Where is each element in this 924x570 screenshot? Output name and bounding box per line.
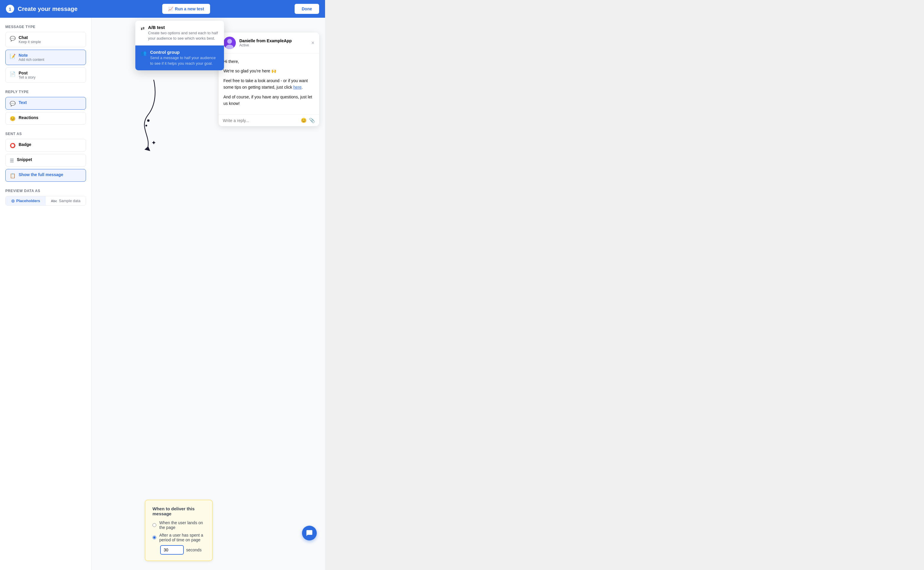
post-subtitle: Tell a story [18, 75, 35, 80]
chat-header: Danielle from ExampleApp Active × [219, 32, 319, 54]
sidebar: Message type 💬 Chat Keep it simple 📝 Not… [0, 18, 92, 570]
run-test-label: Run a new test [175, 6, 204, 11]
reactions-title: Reactions [18, 115, 38, 120]
chat-header-info: Danielle from ExampleApp Active [239, 38, 292, 47]
note-subtitle: Add rich content [18, 58, 44, 62]
on-page-radio[interactable] [152, 523, 156, 527]
chat-body: Hi there, We're so glad you're here 🙌 Fe… [219, 54, 319, 114]
note-title: Note [18, 53, 44, 58]
content-area: ⇄ A/B test Create two options and send e… [92, 18, 325, 570]
ab-test-title: A/B test [148, 25, 219, 30]
placeholders-button[interactable]: ◎ Placeholders [6, 196, 46, 205]
snippet-icon: ☰ [10, 158, 14, 163]
sent-as-label: Sent as [5, 132, 86, 136]
reply-input[interactable] [223, 118, 299, 123]
sample-data-button[interactable]: Abc Sample data [46, 196, 86, 205]
header-left: 1 Create your message [6, 5, 77, 13]
sent-as-snippet[interactable]: ☰ Snippet [5, 154, 86, 167]
reply-type-label: Reply type [5, 90, 86, 94]
agent-status: Active [239, 43, 292, 47]
reactions-icon: 😊 [10, 116, 16, 121]
decorative-svg: ✦ [130, 77, 172, 154]
ab-test-icon: ⇄ [141, 25, 144, 31]
badge-title: Badge [18, 142, 31, 147]
sample-data-label: Sample data [59, 199, 80, 203]
delivery-option-after-time: After a user has spent a period of time … [152, 533, 205, 542]
header: 1 Create your message 📈 Run a new test D… [0, 0, 325, 18]
full-message-icon: 📋 [10, 173, 16, 178]
post-title: Post [18, 70, 35, 75]
message-type-chat[interactable]: 💬 Chat Keep it simple [5, 32, 86, 47]
close-button[interactable]: × [311, 40, 314, 46]
svg-point-1 [146, 125, 147, 126]
preview-section: Preview data as ◎ Placeholders Abc Sampl… [5, 189, 86, 206]
chat-line-1: Hi there, [224, 58, 314, 65]
chat-line-4: And of course, if you have any questions… [224, 93, 314, 107]
avatar [224, 37, 236, 49]
control-group-title: Control group [150, 50, 219, 55]
attachment-icon[interactable]: 📎 [309, 118, 315, 123]
badge-icon: ⭕ [10, 143, 16, 148]
control-group-icon: 👥 [141, 50, 147, 56]
message-type-section: Message type 💬 Chat Keep it simple 📝 Not… [5, 25, 86, 83]
svg-text:✦: ✦ [151, 139, 156, 146]
preview-label: Preview data as [5, 189, 86, 193]
dropdown-ab-test[interactable]: ⇄ A/B test Create two options and send e… [135, 21, 224, 45]
sample-data-icon: Abc [51, 199, 57, 203]
sent-as-section: Sent as ⭕ Badge ☰ Snippet 📋 Show the ful… [5, 132, 86, 182]
done-button[interactable]: Done [294, 4, 319, 14]
chat-line-2: We're so glad you're here 🙌 [224, 67, 314, 74]
chat-link[interactable]: here [293, 85, 302, 89]
seconds-input[interactable] [160, 545, 184, 555]
agent-name: Danielle from ExampleApp [239, 38, 292, 43]
delivery-panel: When to deliver this message When the us… [145, 500, 213, 561]
placeholders-icon: ◎ [11, 199, 14, 203]
snippet-title: Snippet [17, 157, 32, 162]
placeholders-label: Placeholders [16, 199, 40, 203]
chat-bubble-button[interactable] [302, 526, 317, 541]
preview-toggle: ◎ Placeholders Abc Sample data [5, 196, 86, 206]
emoji-icon[interactable]: 😊 [301, 118, 307, 123]
chat-icon: 💬 [10, 36, 16, 41]
delivery-title: When to deliver this message [152, 506, 205, 516]
reply-type-section: Reply type 💬 Text 😊 Reactions [5, 90, 86, 125]
dropdown-control-group[interactable]: 👥 Control group Send a message to half y… [135, 46, 224, 70]
note-icon: 📝 [10, 54, 16, 59]
reply-type-reactions[interactable]: 😊 Reactions [5, 112, 86, 125]
chat-preview: Danielle from ExampleApp Active × Hi the… [219, 32, 319, 126]
svg-point-4 [227, 39, 232, 44]
chat-footer: 😊 📎 [219, 114, 319, 126]
full-message-title: Show the full message [18, 172, 63, 177]
sent-as-badge[interactable]: ⭕ Badge [5, 139, 86, 152]
text-icon: 💬 [10, 101, 16, 106]
run-test-button[interactable]: 📈 Run a new test [162, 4, 210, 14]
svg-point-0 [147, 120, 150, 122]
chat-subtitle: Keep it simple [18, 40, 41, 44]
ab-test-subtitle: Create two options and send each to half… [148, 31, 219, 41]
control-group-subtitle: Send a message to half your audience to … [150, 55, 219, 66]
chat-title: Chat [18, 35, 41, 40]
post-icon: 📄 [10, 71, 16, 77]
text-title: Text [18, 100, 27, 105]
delivery-option-on-page: When the user lands on the page [152, 520, 205, 530]
sent-as-full[interactable]: 📋 Show the full message [5, 169, 86, 182]
main-layout: Message type 💬 Chat Keep it simple 📝 Not… [0, 18, 325, 570]
reply-type-text[interactable]: 💬 Text [5, 97, 86, 110]
chat-bubble-icon [306, 530, 313, 536]
page-title: Create your message [18, 6, 77, 12]
after-time-radio[interactable] [152, 535, 156, 540]
message-type-label: Message type [5, 25, 86, 29]
run-test-icon: 📈 [168, 6, 173, 11]
dropdown-menu: ⇄ A/B test Create two options and send e… [135, 21, 224, 70]
chat-footer-icons: 😊 📎 [301, 118, 315, 123]
step-badge: 1 [6, 5, 14, 13]
time-input-row: seconds [160, 545, 205, 555]
after-time-label: After a user has spent a period of time … [159, 533, 205, 542]
chat-line-3: Feel free to take a look around - or if … [224, 77, 314, 91]
seconds-label: seconds [186, 547, 202, 552]
on-page-label: When the user lands on the page [159, 520, 205, 530]
message-type-note[interactable]: 📝 Note Add rich content [5, 50, 86, 65]
message-type-post[interactable]: 📄 Post Tell a story [5, 67, 86, 83]
